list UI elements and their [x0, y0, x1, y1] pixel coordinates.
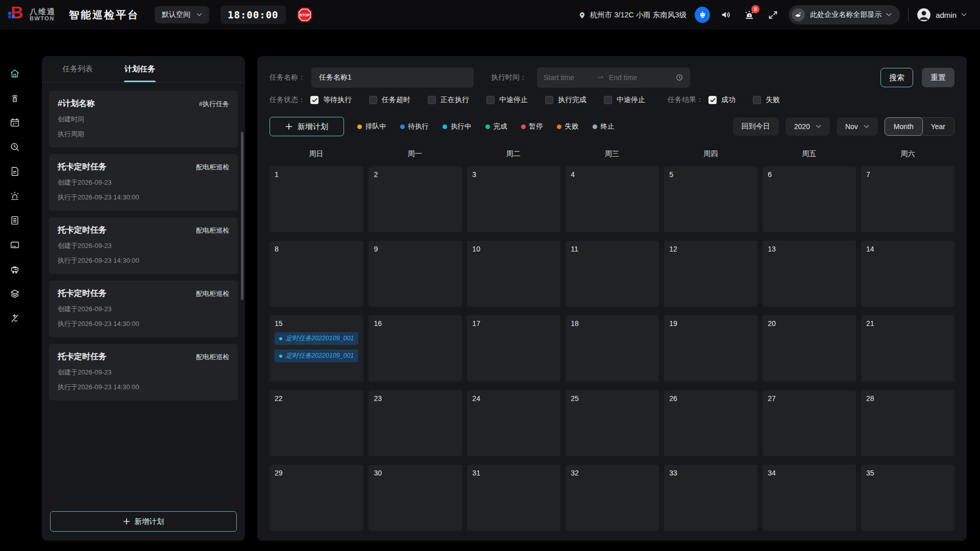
- plan-card[interactable]: 托卡定时任务配电柜巡检创建于2026-09-23执行于2026-09-23 14…: [49, 217, 238, 274]
- calendar-day-cell[interactable]: 1: [270, 166, 363, 232]
- calendar-day-cell[interactable]: 28: [861, 390, 954, 456]
- calendar-day-cell[interactable]: 5: [664, 166, 757, 232]
- status-checkbox[interactable]: 等待执行: [310, 95, 352, 105]
- calendar-day-cell[interactable]: 22: [270, 390, 363, 456]
- back-to-today-button[interactable]: 回到今日: [733, 117, 779, 136]
- calendar-day-cell[interactable]: 14: [861, 241, 954, 307]
- layers-icon: [9, 288, 20, 299]
- task-name-input[interactable]: [311, 67, 474, 88]
- enterprise-select[interactable]: 此处企业名称全部显示: [789, 5, 900, 24]
- calendar-day-cell[interactable]: 10: [467, 241, 560, 307]
- volume-button[interactable]: [718, 7, 733, 22]
- day-number: 7: [866, 170, 949, 179]
- tab-plan-task[interactable]: 计划任务: [125, 56, 155, 82]
- checkbox-box[interactable]: [310, 96, 318, 104]
- fullscreen-button[interactable]: [765, 7, 780, 22]
- view-month-button[interactable]: Month: [885, 117, 923, 136]
- search-button[interactable]: 搜索: [880, 68, 913, 87]
- calendar-day-cell[interactable]: 3: [467, 166, 560, 232]
- sidebar-item-robot-vehicle[interactable]: [4, 257, 26, 282]
- status-checkbox[interactable]: 中途停止: [486, 95, 528, 105]
- status-checkbox[interactable]: 任务超时: [369, 95, 410, 105]
- calendar-day-cell[interactable]: 8: [270, 241, 363, 307]
- stop-sign-icon[interactable]: STOP: [296, 6, 313, 23]
- scrollbar-thumb[interactable]: [241, 132, 243, 300]
- status-checkbox[interactable]: 正在执行: [428, 95, 469, 105]
- result-checkbox[interactable]: 失败: [753, 95, 780, 105]
- calendar-day-cell[interactable]: 6: [763, 166, 856, 232]
- add-plan-button-sidebar[interactable]: 新增计划: [50, 511, 237, 532]
- calendar-day-cell[interactable]: 15定时任务20220109_001定时任务20220109_001: [270, 315, 363, 381]
- time-range-picker[interactable]: Start time End time: [537, 67, 690, 88]
- calendar-day-cell[interactable]: 17: [467, 315, 560, 381]
- tab-task-list[interactable]: 任务列表: [62, 56, 93, 82]
- sidebar-item-time-search[interactable]: [4, 135, 26, 159]
- calendar-day-cell[interactable]: 16: [369, 315, 462, 381]
- checkbox-box[interactable]: [369, 96, 377, 104]
- calendar-day-cell[interactable]: 12: [664, 241, 757, 307]
- calendar-day-cell[interactable]: 4: [566, 166, 659, 232]
- sidebar-item-alarm[interactable]: [4, 184, 26, 208]
- calendar-day-cell[interactable]: 33: [664, 465, 757, 531]
- sidebar-item-layers[interactable]: [4, 282, 26, 306]
- year-select[interactable]: 2020: [786, 117, 830, 136]
- calendar-day-cell[interactable]: 9: [369, 241, 462, 307]
- plan-card[interactable]: 托卡定时任务配电柜巡检创建于2026-09-23执行于2026-09-23 14…: [49, 154, 238, 211]
- legend-label: 待执行: [408, 122, 429, 131]
- calendar-event[interactable]: 定时任务20220109_001: [275, 349, 358, 362]
- calendar-day-cell[interactable]: 29: [270, 465, 363, 531]
- sidebar-item-robot-signal[interactable]: [4, 86, 26, 110]
- calendar-day-cell[interactable]: 20: [763, 315, 856, 381]
- checkbox-box[interactable]: [708, 96, 717, 104]
- calendar-day-cell[interactable]: 18: [566, 315, 659, 381]
- calendar-panel: 任务名称： 执行时间： Start time End time 搜索 重置 任务…: [257, 56, 967, 541]
- plan-tag: 配电柜巡检: [196, 289, 229, 298]
- view-year-button[interactable]: Year: [922, 118, 954, 135]
- calendar-event[interactable]: 定时任务20220109_001: [275, 332, 358, 345]
- sidebar-item-monitor[interactable]: [4, 233, 26, 257]
- checkbox-box[interactable]: [604, 96, 612, 104]
- calendar-day-cell[interactable]: 26: [664, 390, 757, 456]
- calendar-day-cell[interactable]: 35: [861, 465, 954, 531]
- calendar-day-cell[interactable]: 24: [467, 390, 560, 456]
- checkbox-box[interactable]: [428, 96, 436, 104]
- status-checkbox[interactable]: 执行完成: [545, 95, 586, 105]
- alarm-notifications-button[interactable]: 8: [742, 7, 757, 22]
- adjust-icon: [9, 313, 20, 324]
- plan-card-header[interactable]: #计划名称 #执行任务 创建时间 执行周期: [49, 91, 238, 147]
- sidebar-item-report-list[interactable]: [4, 208, 26, 233]
- sidebar-item-calendar[interactable]: [4, 110, 26, 135]
- calendar-day-cell[interactable]: 31: [467, 465, 560, 531]
- calendar-day-cell[interactable]: 27: [763, 390, 856, 456]
- plan-card[interactable]: 托卡定时任务配电柜巡检创建于2026-09-23执行于2026-09-23 14…: [49, 344, 238, 400]
- start-time-placeholder[interactable]: Start time: [544, 73, 593, 82]
- calendar-day-cell[interactable]: 30: [369, 465, 462, 531]
- calendar-day-cell[interactable]: 2: [369, 166, 462, 232]
- plan-card[interactable]: 托卡定时任务配电柜巡检创建于2026-09-23执行于2026-09-23 14…: [49, 281, 238, 337]
- reset-button[interactable]: 重置: [922, 68, 954, 87]
- calendar-day-cell[interactable]: 25: [566, 390, 659, 456]
- checkbox-box[interactable]: [545, 96, 553, 104]
- calendar-day-cell[interactable]: 34: [763, 465, 856, 531]
- calendar-day-cell[interactable]: 23: [369, 390, 462, 456]
- result-checkbox[interactable]: 成功: [708, 95, 736, 105]
- checkbox-box[interactable]: [753, 96, 761, 104]
- calendar-day-cell[interactable]: 13: [763, 241, 856, 307]
- month-select[interactable]: Nov: [837, 117, 878, 136]
- add-plan-button[interactable]: 新增计划: [270, 117, 344, 136]
- workspace-select[interactable]: 默认空间: [155, 6, 209, 23]
- sidebar-item-document[interactable]: [4, 159, 26, 184]
- sidebar-item-home[interactable]: [4, 61, 26, 86]
- status-checkbox[interactable]: 中途停止: [604, 95, 645, 105]
- calendar-day-cell[interactable]: 19: [664, 315, 757, 381]
- end-time-placeholder[interactable]: End time: [609, 73, 671, 82]
- calendar-day-cell[interactable]: 11: [566, 241, 659, 307]
- user-menu[interactable]: admin: [917, 8, 967, 22]
- day-number: 26: [669, 394, 752, 403]
- calendar-day-cell[interactable]: 7: [861, 166, 954, 232]
- checkbox-box[interactable]: [486, 96, 495, 104]
- calendar-day-cell[interactable]: 32: [566, 465, 659, 531]
- sidebar-item-adjust[interactable]: [4, 306, 26, 331]
- assistant-robot-button[interactable]: [695, 7, 710, 22]
- calendar-day-cell[interactable]: 21: [861, 315, 954, 381]
